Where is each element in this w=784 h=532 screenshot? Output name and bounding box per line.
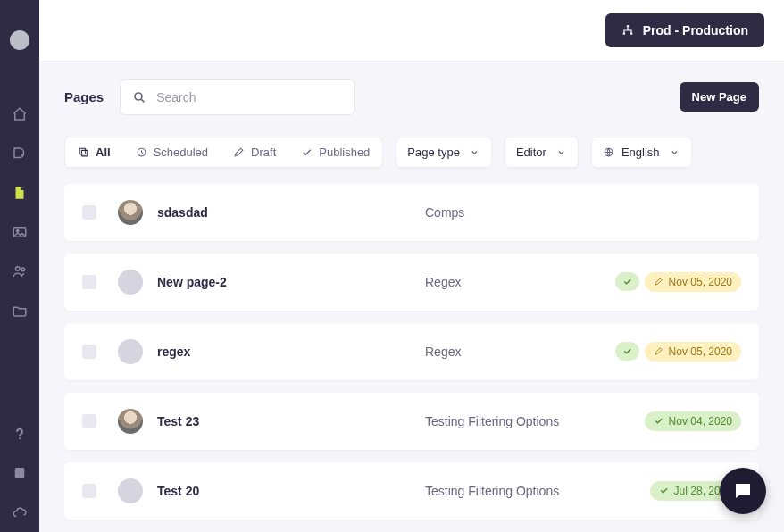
filter-bar: All Scheduled Draft Published Page type	[39, 115, 784, 184]
copy-icon	[78, 146, 89, 158]
svg-rect-11	[81, 150, 88, 156]
tab-draft-label: Draft	[251, 145, 276, 159]
filter-language-label: English	[621, 145, 660, 159]
author-avatar	[118, 200, 143, 225]
nav-cloud[interactable]	[0, 493, 39, 532]
home-icon	[12, 106, 28, 122]
chat-icon	[732, 480, 754, 502]
badge-date: Nov 05, 2020	[669, 346, 732, 357]
nav-users[interactable]	[0, 252, 39, 291]
environment-selector[interactable]: Prod - Production	[605, 13, 764, 47]
page-row[interactable]: Test 23Testing Filtering OptionsNov 04, …	[64, 393, 759, 450]
page-row[interactable]: New page-2RegexNov 05, 2020	[64, 254, 759, 311]
users-icon	[12, 263, 28, 279]
status-badges: Nov 04, 2020	[645, 411, 741, 431]
filter-editor-label: Editor	[516, 145, 546, 159]
svg-rect-7	[627, 25, 629, 27]
chevron-down-icon	[555, 146, 567, 158]
row-checkbox[interactable]	[82, 414, 96, 428]
author-avatar	[118, 339, 143, 364]
new-page-button[interactable]: New Page	[680, 82, 759, 112]
page-row[interactable]: sdasdadComps	[64, 184, 759, 241]
tab-draft[interactable]: Draft	[221, 137, 288, 167]
tab-all[interactable]: All	[65, 137, 123, 167]
tab-published-label: Published	[319, 145, 370, 159]
svg-point-0	[21, 154, 23, 155]
page-type: Regex	[425, 275, 613, 289]
nav-folders[interactable]	[0, 291, 39, 330]
clock-icon	[136, 146, 147, 158]
page-name: sdasdad	[157, 205, 425, 220]
svg-point-10	[135, 93, 142, 100]
filter-language[interactable]: English	[591, 137, 692, 168]
row-checkbox[interactable]	[82, 275, 96, 289]
author-avatar	[118, 409, 143, 434]
search-icon	[132, 90, 146, 104]
svg-point-4	[21, 268, 25, 271]
status-tabs: All Scheduled Draft Published	[64, 137, 383, 168]
draft-badge: Nov 05, 2020	[645, 342, 741, 362]
main-area: Prod - Production Pages New Page All Sch…	[39, 0, 784, 532]
row-checkbox[interactable]	[82, 205, 96, 220]
cloud-icon	[12, 504, 28, 520]
svg-rect-9	[630, 32, 632, 34]
svg-rect-8	[623, 32, 625, 34]
nav-help[interactable]	[0, 414, 39, 453]
page-name: Test 20	[157, 484, 425, 498]
page-icon	[12, 185, 28, 201]
tab-scheduled[interactable]: Scheduled	[123, 137, 221, 167]
chat-launcher[interactable]	[720, 468, 766, 514]
check-icon	[301, 146, 313, 158]
svg-point-3	[16, 267, 21, 271]
nav-media[interactable]	[0, 212, 39, 252]
page-header: Pages New Page	[39, 62, 784, 115]
filter-editor[interactable]: Editor	[505, 137, 579, 168]
tab-published[interactable]: Published	[288, 137, 382, 167]
svg-point-5	[19, 437, 21, 439]
pencil-icon	[233, 146, 245, 158]
status-badges: Nov 05, 2020	[615, 272, 741, 292]
filter-page-type[interactable]: Page type	[396, 137, 492, 168]
published-badge: Nov 04, 2020	[645, 411, 741, 431]
row-checkbox[interactable]	[82, 345, 96, 359]
pages-list: sdasdadCompsNew page-2RegexNov 05, 2020r…	[39, 184, 784, 532]
author-avatar	[118, 478, 143, 503]
page-row[interactable]: Test 20Testing Filtering OptionsJul 28, …	[64, 462, 759, 520]
published-badge	[615, 342, 639, 361]
nav-blog[interactable]	[0, 134, 39, 173]
page-name: New page-2	[157, 275, 425, 289]
nav-home[interactable]	[0, 95, 39, 134]
user-avatar-small[interactable]	[10, 30, 29, 50]
row-checkbox[interactable]	[82, 484, 96, 498]
nav-docs[interactable]	[0, 453, 39, 493]
page-row[interactable]: regexRegexNov 05, 2020	[64, 323, 759, 380]
page-type: Testing Filtering Options	[425, 484, 613, 498]
svg-rect-6	[15, 468, 25, 478]
book-icon	[12, 465, 28, 481]
page-title: Pages	[64, 89, 104, 104]
tab-scheduled-label: Scheduled	[154, 145, 208, 159]
tab-all-label: All	[96, 145, 111, 159]
search-input[interactable]	[120, 79, 355, 115]
globe-icon	[603, 146, 614, 158]
question-icon	[12, 426, 28, 442]
chevron-down-icon	[469, 146, 480, 158]
status-badges: Nov 05, 2020	[615, 342, 741, 362]
page-name: regex	[157, 345, 425, 359]
page-type: Regex	[425, 345, 613, 359]
search-wrap	[120, 79, 355, 115]
page-type: Testing Filtering Options	[425, 414, 613, 428]
badge-date: Nov 04, 2020	[669, 416, 732, 427]
sitemap-icon	[621, 24, 634, 37]
top-bar: Prod - Production	[39, 0, 784, 62]
published-badge	[615, 272, 639, 291]
nav-pages[interactable]	[0, 173, 39, 212]
filter-page-type-label: Page type	[407, 145, 460, 159]
page-type: Comps	[425, 205, 613, 220]
chevron-down-icon	[669, 146, 680, 158]
image-icon	[12, 224, 28, 240]
author-avatar	[118, 270, 143, 295]
left-nav	[0, 0, 39, 532]
badge-date: Nov 05, 2020	[669, 277, 732, 287]
svg-point-2	[17, 229, 19, 231]
